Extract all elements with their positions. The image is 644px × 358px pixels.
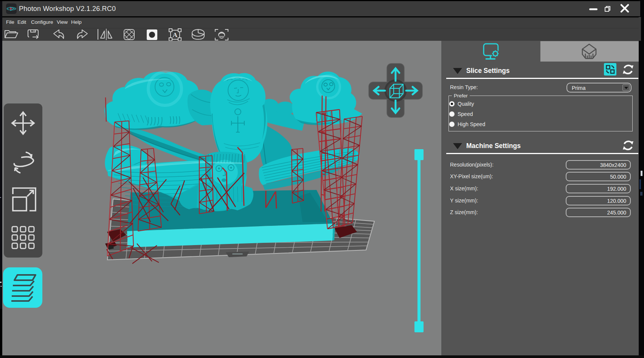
svg-text:A: A (173, 31, 178, 39)
